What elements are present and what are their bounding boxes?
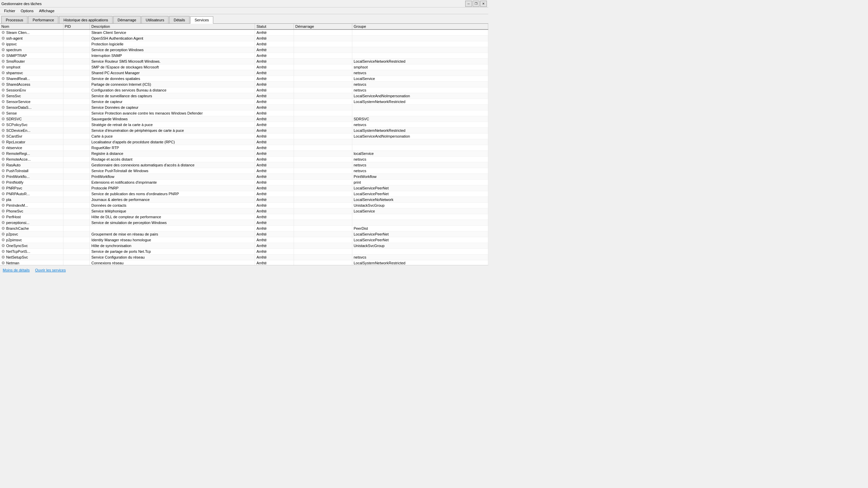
table-cell <box>294 64 352 70</box>
less-details-link[interactable]: Moins de détails <box>3 268 30 272</box>
table-cell <box>63 59 90 64</box>
table-row[interactable]: ⚙ Steam Clien...Steam Client ServiceArrê… <box>0 29 488 36</box>
table-cell: Arrêté <box>255 145 294 151</box>
table-row[interactable]: ⚙ RemoteAcce...Routage et accès distantA… <box>0 157 488 162</box>
table-row[interactable]: ⚙ OneSyncSvcHôte de synchronisationArrêt… <box>0 243 488 249</box>
table-row[interactable]: ⚙ RemoteRegi...Registre à distanceArrêté… <box>0 151 488 157</box>
close-button[interactable]: ✕ <box>480 1 487 7</box>
table-row[interactable]: ⚙ PrintWorkflo...PrintWorkflowArrêtéPrin… <box>0 174 488 180</box>
col-header-groupe[interactable]: Groupe <box>352 24 488 29</box>
table-row[interactable]: ⚙ PimIndexM...Données de contactsArrêtéU… <box>0 203 488 208</box>
table-cell <box>63 208 90 214</box>
tab-services[interactable]: Services <box>190 16 213 24</box>
col-header-nom[interactable]: Nom <box>0 24 63 29</box>
table-row[interactable]: ⚙ plaJournaux & alertes de performanceAr… <box>0 197 488 203</box>
table-cell: ⚙ SNMPTRAP <box>0 53 63 59</box>
table-row[interactable]: ⚙ SharedRealt...Service de données spati… <box>0 76 488 82</box>
tab-demarrage[interactable]: Démarrage <box>113 16 141 23</box>
table-cell <box>63 185 90 191</box>
table-row[interactable]: ⚙ SenseService Protection avancée contre… <box>0 110 488 116</box>
table-cell: ⚙ ippsvc <box>0 41 63 47</box>
menu-options[interactable]: Options <box>18 8 36 14</box>
table-row[interactable]: ⚙ ssh-agentOpenSSH Authentication AgentA… <box>0 36 488 41</box>
table-cell: ⚙ RpcLocator <box>0 139 63 145</box>
table-row[interactable]: ⚙ PerfHostHôte de DLL de compteur de per… <box>0 214 488 220</box>
tab-utilisateurs[interactable]: Utilisateurs <box>141 16 169 23</box>
table-row[interactable]: ⚙ SensorServiceService de capteurArrêtéL… <box>0 99 488 105</box>
table-cell: LocalService <box>352 208 488 214</box>
menu-file[interactable]: Fichier <box>1 8 18 14</box>
table-row[interactable]: ⚙ ippsvcProtection logicielleArrêté <box>0 41 488 47</box>
table-cell <box>63 145 90 151</box>
table-row[interactable]: ⚙ rktserviceRogueKiller RTPArrêté <box>0 145 488 151</box>
table-row[interactable]: ⚙ smphsotSMP de l'Espace de stockages Mi… <box>0 64 488 70</box>
table-row[interactable]: ⚙ PrintNotifyExtensions et notifications… <box>0 180 488 185</box>
table-row[interactable]: ⚙ SNMPTRAPInterruption SNMPArrêté <box>0 53 488 59</box>
col-header-demarrage[interactable]: Démarrage <box>294 24 352 29</box>
table-cell <box>63 110 90 116</box>
table-cell <box>294 162 352 168</box>
table-cell: Sauvegarde Windows <box>90 116 255 122</box>
table-cell <box>63 134 90 139</box>
table-cell: Arrêté <box>255 64 294 70</box>
table-row[interactable]: ⚙ shpamsvcShared PC Account ManagerArrêt… <box>0 70 488 76</box>
table-cell <box>294 260 352 265</box>
col-header-pid[interactable]: PID <box>63 24 90 29</box>
service-icon: ⚙ <box>1 30 6 35</box>
table-cell: ⚙ Sense <box>0 110 63 116</box>
tab-performance[interactable]: Performance <box>28 16 58 23</box>
table-row[interactable]: ⚙ SCPolicySvcStratégie de retrait de la … <box>0 122 488 128</box>
table-cell: Arrêté <box>255 214 294 220</box>
table-row[interactable]: ⚙ RpcLocatorLocalisateur d'appels de pro… <box>0 139 488 145</box>
table-row[interactable]: ⚙ BranchCacheArrêtéPeerDist <box>0 226 488 231</box>
col-header-statut[interactable]: Statut <box>255 24 294 29</box>
table-row[interactable]: ⚙ PhoneSvcService téléphoniqueArrêtéLoca… <box>0 208 488 214</box>
table-row[interactable]: ⚙ SharedAccessPartage de connexion Inter… <box>0 82 488 87</box>
table-row[interactable]: ⚙ PushToInstallService PushToInstall de … <box>0 168 488 174</box>
table-cell: OpenSSH Authentication Agent <box>90 36 255 41</box>
table-cell <box>63 157 90 162</box>
services-table-container[interactable]: Nom PID Description Statut Démarrage Gro… <box>0 24 488 265</box>
table-cell <box>294 47 352 53</box>
table-row[interactable]: ⚙ p2pimsvcIdentity Manager réseau homolo… <box>0 237 488 243</box>
table-cell: Arrêté <box>255 208 294 214</box>
table-row[interactable]: ⚙ SCardSvrCarte à puceArrêtéLocalService… <box>0 134 488 139</box>
table-row[interactable]: ⚙ NetmanConnexions réseauArrêtéLocalSyst… <box>0 260 488 265</box>
col-header-desc[interactable]: Description <box>90 24 255 29</box>
table-cell: ⚙ PrintNotify <box>0 180 63 185</box>
table-cell <box>294 70 352 76</box>
open-services-link[interactable]: Ouvrir les services <box>35 268 66 272</box>
tab-historique[interactable]: Historique des applications <box>59 16 112 23</box>
minimize-button[interactable]: ─ <box>465 1 472 7</box>
tab-bar: Processus Performance Historique des app… <box>0 14 488 24</box>
table-row[interactable]: ⚙ PNRPsvcProtocole PNRPArrêtéLocalServic… <box>0 185 488 191</box>
table-row[interactable]: ⚙ spectrumService de perception WindowsA… <box>0 47 488 53</box>
table-cell: netsvcs <box>352 82 488 87</box>
table-row[interactable]: ⚙ SensSvcService de surveillance des cap… <box>0 93 488 99</box>
tab-details[interactable]: Détails <box>169 16 190 23</box>
table-row[interactable]: ⚙ NetSetupSvcService Configuration du ré… <box>0 255 488 260</box>
tab-processus[interactable]: Processus <box>1 16 27 23</box>
service-icon: ⚙ <box>1 209 6 214</box>
table-row[interactable]: ⚙ SensorDataS...Service Données de capte… <box>0 105 488 110</box>
table-cell: netsvcs <box>352 255 488 260</box>
table-cell: ⚙ p2pimsvc <box>0 237 63 243</box>
table-row[interactable]: ⚙ SDRSVCSauvegarde WindowsArrêtéSDRSVC <box>0 116 488 122</box>
table-row[interactable]: ⚙ RasAutoGestionnaire des connexions aut… <box>0 162 488 168</box>
table-row[interactable]: ⚙ perceptionsi...Service de simulation d… <box>0 220 488 226</box>
menu-view[interactable]: Affichage <box>36 8 57 14</box>
table-row[interactable]: ⚙ SmsRouterService Routeur SMS Microsoft… <box>0 59 488 64</box>
table-cell <box>63 180 90 185</box>
table-row[interactable]: ⚙ SessionEnvConfiguration des services B… <box>0 87 488 93</box>
table-row[interactable]: ⚙ p2psvcGroupement de mise en réseau de … <box>0 231 488 237</box>
table-cell: SMP de l'Espace de stockages Microsoft <box>90 64 255 70</box>
table-cell: Service PushToInstall de Windows <box>90 168 255 174</box>
table-cell: ⚙ shpamsvc <box>0 70 63 76</box>
table-cell: Arrêté <box>255 139 294 145</box>
table-row[interactable]: ⚙ NetTcpPortS...Service de partage de po… <box>0 249 488 255</box>
table-row[interactable]: ⚙ SCDeviceEn...Service d'énumération de … <box>0 128 488 134</box>
restore-button[interactable]: ❐ <box>473 1 479 7</box>
table-row[interactable]: ⚙ PNRPAutoR...Service de publication des… <box>0 191 488 197</box>
table-cell: Service d'énumération de périphériques d… <box>90 128 255 134</box>
service-icon: ⚙ <box>1 249 6 254</box>
